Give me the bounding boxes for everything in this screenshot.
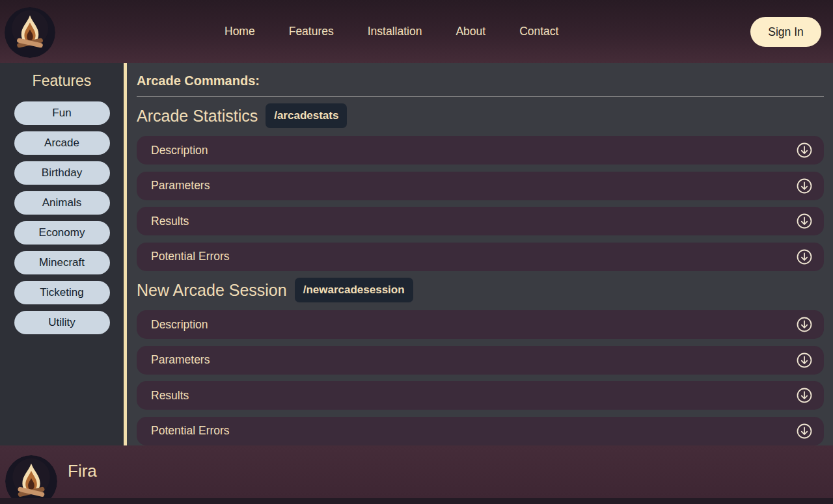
accordion-label: Results — [151, 389, 189, 403]
footer-bottom-strip — [0, 498, 833, 504]
nav-link-features[interactable]: Features — [289, 25, 334, 38]
sidebar-item-birthday[interactable]: Birthday — [14, 161, 110, 185]
section-heading-new-arcade-session: New Arcade Session /newarcadesession — [137, 278, 824, 302]
footer: Fira — [0, 445, 833, 504]
accordion-label: Description — [151, 318, 208, 332]
section-heading-arcade-statistics: Arcade Statistics /arcadestats — [137, 103, 824, 128]
sidebar-item-utility[interactable]: Utility — [14, 311, 110, 334]
title-rule — [137, 96, 824, 97]
command-badge: /newarcadesession — [295, 278, 413, 302]
accordion-label: Description — [151, 144, 208, 157]
sidebar-item-fun[interactable]: Fun — [14, 101, 110, 125]
campfire-icon — [5, 7, 55, 58]
content-layout: Features Fun Arcade Birthday Animals Eco… — [0, 63, 833, 445]
command-badge: /arcadestats — [266, 103, 347, 128]
accordion-description[interactable]: Description — [137, 136, 824, 165]
sidebar-item-minecraft[interactable]: Minecraft — [14, 251, 110, 274]
features-sidebar: Features Fun Arcade Birthday Animals Eco… — [0, 63, 124, 445]
sidebar-item-economy[interactable]: Economy — [14, 221, 110, 245]
nav-links: Home Features Installation About Contact — [225, 0, 558, 63]
campfire-icon — [5, 455, 57, 498]
arrow-down-circle-icon — [797, 352, 812, 368]
accordion-results[interactable]: Results — [137, 381, 824, 410]
accordion-potential-errors[interactable]: Potential Errors — [137, 417, 824, 445]
section-title: New Arcade Session — [137, 281, 287, 300]
accordion-parameters[interactable]: Parameters — [137, 172, 824, 200]
footer-bar: Fira — [0, 445, 833, 498]
arrow-down-circle-icon — [797, 213, 812, 229]
arrow-down-circle-icon — [797, 388, 812, 403]
arrow-down-circle-icon — [797, 423, 812, 439]
main-content: Arcade Commands: Arcade Statistics /arca… — [127, 63, 833, 445]
page-title: Arcade Commands: — [137, 73, 824, 88]
accordion-label: Parameters — [151, 353, 210, 367]
accordion-label: Results — [151, 215, 189, 228]
arrow-down-circle-icon — [797, 178, 812, 194]
nav-link-contact[interactable]: Contact — [519, 25, 558, 38]
accordion-label: Potential Errors — [151, 250, 230, 263]
brand-logo[interactable] — [5, 7, 55, 58]
nav-link-home[interactable]: Home — [225, 25, 255, 38]
top-navbar: Home Features Installation About Contact… — [0, 0, 833, 63]
sidebar-title: Features — [0, 72, 124, 90]
accordion-description[interactable]: Description — [137, 310, 824, 339]
section-title: Arcade Statistics — [137, 107, 258, 126]
footer-brand-name: Fira — [68, 461, 97, 481]
footer-brand-logo[interactable] — [5, 455, 57, 498]
nav-link-installation[interactable]: Installation — [368, 25, 422, 38]
accordion-potential-errors[interactable]: Potential Errors — [137, 243, 824, 271]
arrow-down-circle-icon — [797, 142, 812, 158]
sidebar-item-ticketing[interactable]: Ticketing — [14, 281, 110, 304]
sidebar-item-animals[interactable]: Animals — [14, 191, 110, 215]
nav-link-about[interactable]: About — [456, 25, 485, 38]
sign-in-button[interactable]: Sign In — [750, 17, 821, 47]
accordion-parameters[interactable]: Parameters — [137, 346, 824, 375]
arrow-down-circle-icon — [797, 317, 812, 332]
accordion-label: Potential Errors — [151, 424, 230, 438]
sidebar-item-arcade[interactable]: Arcade — [14, 131, 110, 155]
accordion-label: Parameters — [151, 179, 210, 192]
accordion-results[interactable]: Results — [137, 207, 824, 235]
arrow-down-circle-icon — [797, 249, 812, 265]
